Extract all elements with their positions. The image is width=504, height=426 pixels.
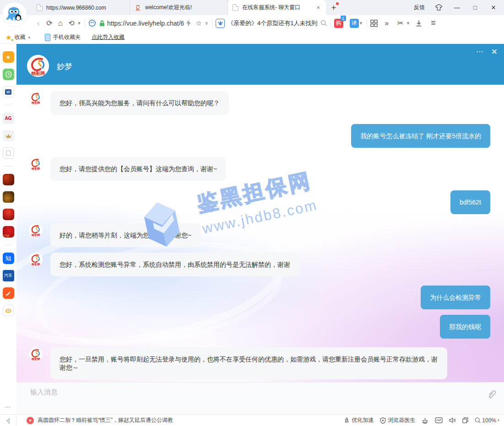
screenshot-scissors-icon[interactable]: ✂ [395,17,406,29]
sidebar-more-icon[interactable]: ⋯ [5,403,12,414]
autohome-app-icon[interactable]: 汽车 [3,270,14,281]
zoom-control[interactable]: 100% ▾ [475,417,499,424]
tab-bar: https://www.966860.com welcome!欢迎光临! 在线客… [0,0,504,15]
undo-dropdown-icon[interactable]: ▾ [77,17,81,29]
more-extensions-icon[interactable]: » [381,17,392,29]
sidebar-divider [5,105,12,105]
back-icon[interactable]: ‹ [33,17,44,29]
user-bubble: 我的账号怎么被冻结了 刚才还要5倍流水的 [351,124,490,148]
game-app-icon-3[interactable] [3,209,14,220]
translate-button[interactable]: 译 [350,19,359,28]
main-area: ★ W AG 77199 知 汽车 [0,44,504,414]
favorites-button[interactable]: 收藏 [14,33,25,41]
chat-close-icon[interactable]: ✕ [491,47,498,57]
news-ticker[interactable]: 高圆圆怀二胎？婚前被骂“惯三”，嫁赵又廷后遭公公调教 [38,416,173,424]
navigation-toolbar: ‹ ⟳ ⌂ ⟲ ▾ https://vue.livelyhelp.chat/6 … [0,15,504,31]
octopus-mascot-icon [5,5,24,24]
agent-bubble: 您好，一旦禁用，账号将即刻起无法登录与使用的，也将不在享受任何的优惠的，如需游戏… [50,347,447,379]
video-app-icon[interactable] [3,305,14,316]
maximize-button[interactable]: □ [471,4,479,11]
chat-message: 好的，请您稍等片刻，这端为您查询，谢谢您~ [29,223,490,247]
mobile-favorites-button[interactable]: 手机收藏夹 [53,33,81,41]
address-url[interactable]: https://vue.livelyhelp.chat/6 [107,20,184,27]
import-favorites-link[interactable]: 点此导入收藏 [92,33,125,41]
app-sidebar: ★ W AG 77199 知 汽车 [0,44,16,414]
file-app-icon[interactable] [3,147,14,159]
browser-logo[interactable] [2,2,27,27]
close-button[interactable]: ✕ [489,4,498,11]
search-icon[interactable] [320,20,327,27]
emblem-app-icon[interactable] [3,130,14,141]
agent-bubble: 您好，很高兴能为您服务，请问有什么可以帮助您的呢？ [50,91,229,115]
lightning-icon[interactable] [186,20,191,27]
game-app-icon-4[interactable]: 77199 [3,226,14,237]
status-bar: ‹| ♥ 高圆圆怀二胎？婚前被骂“惯三”，嫁赵又廷后遭公公调教 优化加速 浏览器… [0,414,504,426]
window-restore-icon[interactable] [462,417,468,423]
hot-search-paw-icon[interactable] [216,19,225,28]
chat-more-icon[interactable]: ⋯ [476,47,484,57]
zoom-magnifier-icon [475,417,481,423]
collapse-sidebar-icon[interactable]: ‹| [0,415,16,426]
tab-1[interactable]: https://www.966860.com [32,0,130,15]
hot-search-text[interactable]: 《亲爱的》4个原型还有1人未找到 [228,19,317,27]
ad-filter-icon[interactable] [435,417,443,423]
divider [331,19,331,27]
game-app-icon-1[interactable] [3,174,14,185]
download-icon[interactable] [415,20,423,27]
tab-3-active[interactable]: 在线客服系统- 聊天窗口 × [228,0,326,15]
agent-message-avatar [29,157,43,171]
sidebar-divider [5,245,12,245]
speaker-icon[interactable] [449,417,456,423]
attachment-paperclip-icon[interactable] [487,389,496,399]
security-shield-icon[interactable] [88,19,96,27]
scissors-dropdown-icon[interactable]: ▾ [406,17,411,29]
bookmark-star-icon[interactable]: ☆ [193,17,204,29]
speedup-button[interactable]: 优化加速 [344,416,374,424]
agent-message-avatar [29,91,43,105]
undo-history-icon[interactable]: ⟲ [66,17,77,29]
user-bubble: 那我的钱呢 [440,315,490,339]
translate-label: 译 [352,19,357,27]
translate-dropdown-icon[interactable]: ▾ [359,17,363,29]
url-dropdown-icon[interactable]: ∨ [204,17,209,29]
mobile-phone-icon [45,34,50,41]
shopping-button[interactable]: 购 1 [334,19,343,28]
ag-app-icon[interactable]: AG [3,113,14,124]
divider [85,19,85,27]
agent-bubble: 您好，系统检测您账号异常，系统自动禁用，由系统禁用的号是无法解禁的，谢谢 [50,253,299,276]
user-bubble: 为什么会检测异常 [421,286,490,309]
tab-2[interactable]: welcome!欢迎光临! [130,0,228,15]
chat-message: bdf562t [29,190,490,214]
broom-cleaner-icon[interactable] [422,417,428,424]
rocket-icon [344,417,350,424]
page-icon [37,4,43,11]
favorites-dropdown-icon[interactable]: ▾ [28,35,30,40]
feedback-button[interactable]: 反馈 [414,4,425,11]
apps-grid-icon[interactable] [370,20,378,27]
word-doc-icon[interactable]: W [3,86,14,97]
menu-icon[interactable]: ≡ [428,17,439,29]
chat-message: 您好，请您提供您的【会员账号】这端为您查询，谢谢~ [29,157,490,181]
tab-close-icon[interactable]: × [315,4,321,11]
agent-avatar [27,55,49,77]
browser-doctor-button[interactable]: 浏览器医生 [380,416,415,424]
new-tab-button[interactable]: + [326,0,341,15]
tab-title: 在线客服系统- 聊天窗口 [242,4,311,11]
refresh-icon[interactable]: ⟳ [44,17,55,29]
zhihu-app-icon[interactable]: 知 [3,253,14,264]
history-clock-icon[interactable] [3,69,14,80]
plus-icon: + [331,3,336,13]
site-logo-icon [135,4,141,11]
tab-strip: https://www.966860.com welcome!欢迎光临! 在线客… [32,0,326,15]
home-icon[interactable]: ⌂ [55,17,66,29]
minimize-button[interactable]: — [453,4,461,11]
swoosh-app-icon[interactable] [3,287,14,299]
game-badge: 77199 [3,234,10,237]
message-input[interactable] [30,388,424,396]
favorites-app-icon[interactable]: ★ [3,51,14,63]
chat-window: 妙梦 ⋯ ✕ 您好，很高兴能为您服务，请问有什么可以帮助您的呢？ 我的账号怎么被… [16,44,504,414]
zoom-level: 100% [482,417,496,424]
skin-theme-icon[interactable] [435,4,443,11]
game-app-icon-2[interactable] [3,191,14,203]
browser-window: https://www.966860.com welcome!欢迎光临! 在线客… [0,0,504,426]
